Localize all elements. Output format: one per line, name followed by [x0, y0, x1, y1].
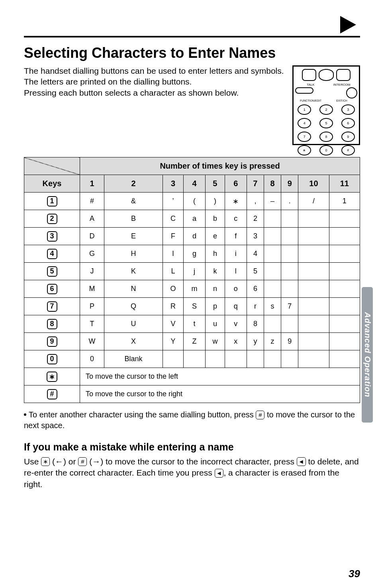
mistake-t1: Use [24, 457, 41, 466]
table-cell: d [183, 228, 205, 245]
table-cell: I [163, 245, 183, 263]
key-6-icon: 6 [47, 284, 57, 294]
table-cell [247, 350, 264, 368]
table-cell: b [205, 210, 225, 228]
intro-text: The handset dialling buttons can be used… [24, 65, 284, 98]
table-cell: # [80, 193, 104, 210]
table-cell [281, 280, 298, 298]
table-cell: S [183, 298, 205, 315]
table-cell [329, 228, 360, 245]
table-cell: w [205, 333, 225, 350]
table-cell: W [80, 333, 104, 350]
section-tab: Advanced Operation [362, 287, 373, 423]
table-cell [225, 350, 247, 368]
keypad-3: 3 [341, 104, 355, 115]
table-cell [298, 228, 329, 245]
table-cell: J [80, 263, 104, 280]
table-cell: v [225, 315, 247, 333]
table-cell [281, 315, 298, 333]
table-cell [298, 263, 329, 280]
table-row: 1#&’()∗,–./1 [24, 193, 360, 210]
table-cell [298, 350, 329, 368]
intro-line-2: Pressing each button selects a character… [24, 88, 239, 97]
col-5: 5 [205, 175, 225, 193]
table-cell: z [264, 333, 281, 350]
key-2-icon: 2 [47, 214, 57, 224]
table-cell [264, 245, 281, 263]
subheading: If you make a mistake while entering a n… [24, 441, 360, 453]
table-cell: o [225, 280, 247, 298]
intercom-label: INTERCOM [326, 83, 357, 87]
table-cell: r [247, 298, 264, 315]
keypad-star: ∗ [298, 145, 311, 155]
table-row: 2ABCabc2 [24, 210, 360, 228]
keypad-4: 4 [298, 118, 311, 128]
table-cell [264, 315, 281, 333]
mistake-t2: (←) or [50, 457, 78, 466]
table-cell: & [104, 193, 163, 210]
table-cell [205, 350, 225, 368]
table-cell [329, 333, 360, 350]
col-11: 11 [329, 175, 360, 193]
col-4: 4 [183, 175, 205, 193]
table-cell: L [163, 263, 183, 280]
hash-key-icon-2: # [78, 457, 87, 466]
col-1: 1 [80, 175, 104, 193]
table-cell: ( [183, 193, 205, 210]
table-cell: s [264, 298, 281, 315]
key-8-icon: 8 [47, 319, 57, 329]
table-row: 7PQRSpqrs7 [24, 298, 360, 315]
table-title: Number of times key is pressed [80, 157, 360, 175]
key-hash-icon: # [47, 389, 57, 399]
table-cell: n [205, 280, 225, 298]
exit-label: EXIT/CH [326, 99, 357, 102]
hash-key-icon: # [256, 411, 264, 419]
table-cell: U [104, 315, 163, 333]
table-cell: H [104, 245, 163, 263]
note-pre: To enter another character using the sam… [29, 410, 256, 419]
table-cell [298, 280, 329, 298]
table-corner [24, 157, 80, 175]
left-arrow-key-icon-2: ◄ [215, 469, 224, 478]
table-cell: – [264, 193, 281, 210]
table-cell [298, 315, 329, 333]
table-row: 5JKLjkl5 [24, 263, 360, 280]
table-cell [264, 280, 281, 298]
col-7: 7 [247, 175, 264, 193]
table-cell: O [163, 280, 183, 298]
table-cell: V [163, 315, 183, 333]
col-3: 3 [163, 175, 183, 193]
table-cell: l [225, 263, 247, 280]
table-row: 9WXYZwxyz9 [24, 333, 360, 350]
key-star-icon: ∗ [47, 372, 57, 382]
handset-illustration: TALK INTERCOM FUNCTION/EDIT EXIT/CH 1 2 … [292, 65, 360, 145]
table-cell: p [205, 298, 225, 315]
note-text: To enter another character using the sam… [24, 409, 360, 431]
table-cell: Z [183, 333, 205, 350]
star-row-text: To move the cursor to the left [80, 368, 360, 385]
page-number: 39 [349, 568, 360, 580]
hash-row-text: To move the cursor to the right [80, 385, 360, 403]
table-cell: . [281, 193, 298, 210]
table-cell: Blank [104, 350, 163, 368]
left-arrow-key-icon: ◄ [297, 457, 306, 466]
key-7-icon: 7 [47, 301, 57, 312]
table-row-hash: # To move the cursor to the right [24, 385, 360, 403]
key-1-icon: 1 [47, 196, 57, 206]
table-cell: m [183, 280, 205, 298]
table-cell: 6 [247, 280, 264, 298]
mistake-t3: (→) to move the cursor to the incorrect … [87, 457, 296, 466]
table-cell: G [80, 245, 104, 263]
page-title: Selecting Characters to Enter Names [24, 45, 360, 61]
keypad-1: 1 [298, 104, 311, 115]
table-cell: T [80, 315, 104, 333]
table-cell: 4 [247, 245, 264, 263]
table-cell: a [183, 210, 205, 228]
table-cell [329, 245, 360, 263]
keypad-0: 0 [319, 145, 333, 155]
table-cell: ∗ [225, 193, 247, 210]
character-table: Number of times key is pressed Keys 1 2 … [24, 157, 360, 403]
func-label: FUNCTION/EDIT [295, 99, 326, 102]
table-cell [298, 298, 329, 315]
table-cell: q [225, 298, 247, 315]
